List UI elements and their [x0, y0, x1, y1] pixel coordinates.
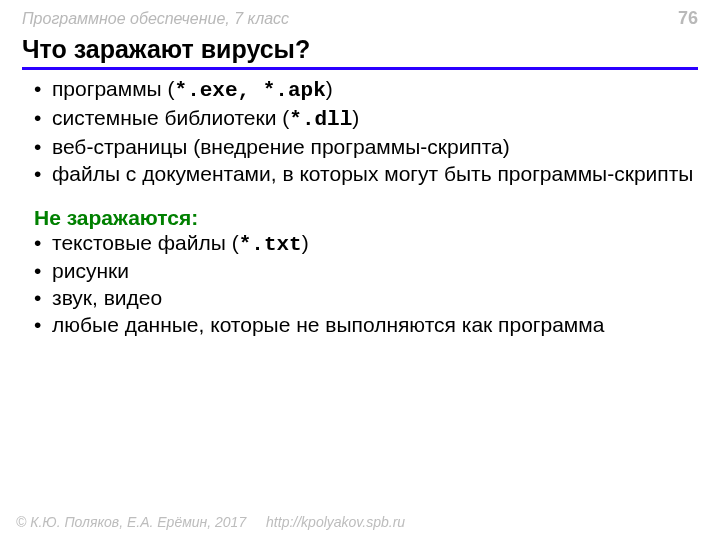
page-number: 76 — [678, 8, 698, 29]
item-text: рисунки — [52, 259, 129, 282]
item-text: системные библиотеки ( — [52, 106, 289, 129]
slide-title: Что заражают вирусы? — [22, 35, 698, 70]
not-infected-label: Не заражаются: — [34, 206, 698, 230]
footer-copyright: © К.Ю. Поляков, Е.А. Ерёмин, 2017 — [16, 514, 246, 530]
list-item: файлы с документами, в которых могут быт… — [34, 161, 698, 188]
slide-body: программы (*.exe, *.apk) системные библи… — [22, 76, 698, 339]
item-text: файлы с документами, в которых могут быт… — [52, 162, 693, 185]
list-item: звук, видео — [34, 285, 698, 312]
item-text: ) — [302, 231, 309, 254]
list-item: текстовые файлы (*.txt) — [34, 230, 698, 259]
list-item: системные библиотеки (*.dll) — [34, 105, 698, 134]
item-text: звук, видео — [52, 286, 162, 309]
infected-list: программы (*.exe, *.apk) системные библи… — [34, 76, 698, 188]
course-label: Программное обеспечение, 7 класс — [22, 10, 289, 28]
item-text: программы ( — [52, 77, 175, 100]
header-row: Программное обеспечение, 7 класс 76 — [22, 8, 698, 29]
item-text: ) — [352, 106, 359, 129]
item-code: *.txt — [239, 233, 302, 256]
not-infected-list: текстовые файлы (*.txt) рисунки звук, ви… — [34, 230, 698, 340]
item-code: *.dll — [289, 108, 352, 131]
item-text: веб-страницы (внедрение программы-скрипт… — [52, 135, 510, 158]
list-item: любые данные, которые не выполняются как… — [34, 312, 698, 339]
list-item: веб-страницы (внедрение программы-скрипт… — [34, 134, 698, 161]
slide: Программное обеспечение, 7 класс 76 Что … — [0, 0, 720, 540]
list-item: рисунки — [34, 258, 698, 285]
item-text: ) — [326, 77, 333, 100]
list-item: программы (*.exe, *.apk) — [34, 76, 698, 105]
item-code: *.exe, *.apk — [175, 79, 326, 102]
footer-url: http://kpolyakov.spb.ru — [266, 514, 405, 530]
footer: © К.Ю. Поляков, Е.А. Ерёмин, 2017 http:/… — [16, 514, 405, 530]
item-text: текстовые файлы ( — [52, 231, 239, 254]
item-text: любые данные, которые не выполняются как… — [52, 313, 604, 336]
